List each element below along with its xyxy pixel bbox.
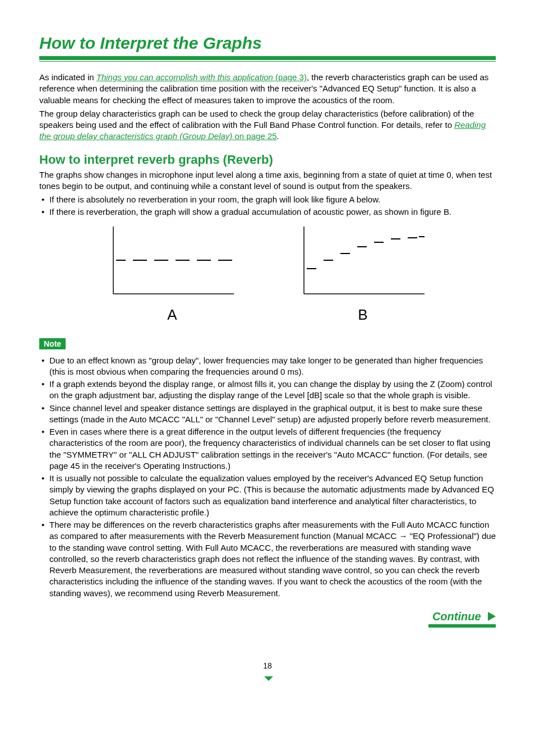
continue-label[interactable]: Continue [432,610,481,623]
section-intro: The graphs show changes in microphone in… [39,169,496,192]
top-bullet-list: If there is absolutely no reverberation … [39,194,496,218]
note-6-text: There may be differences on the reverb c… [49,520,496,598]
continue-bar [428,624,496,628]
list-item: There may be differences on the reverb c… [49,519,496,599]
intro-link-2-suffix[interactable]: on page 25 [232,131,276,141]
intro-link-1[interactable]: Things you can accomplish with this appl… [96,72,273,82]
continue-arrow-icon[interactable] [488,612,496,621]
list-item: Even in cases where there is a great dif… [49,426,496,472]
figure-a-label: A [108,306,237,324]
list-item: Due to an effect known as "group delay",… [49,355,496,378]
page: How to Interpret the Graphs As indicated… [0,0,535,756]
list-item: Since channel level and speaker distance… [49,403,496,426]
note-bullet-list: Due to an effect known as "group delay",… [39,355,496,599]
intro-paragraph-2: The group delay characteristics graph ca… [39,108,496,142]
figure-b-chart [298,227,427,299]
figure-b: B [298,227,427,324]
title-rule [39,56,496,60]
note-badge: Note [39,338,66,349]
intro-pre: As indicated in [39,72,96,82]
figure-a: A [108,227,237,324]
figure-row: A B [39,227,496,324]
intro-para2-pre: The group delay characteristics graph ca… [39,109,474,130]
intro-para2-post: . [277,131,279,141]
page-number: 18 [263,661,272,670]
figure-b-label: B [298,306,427,324]
page-number-block: 18 [39,661,496,679]
intro-link-1-text: Things you can accomplish with this appl… [96,72,273,82]
list-item: If there is reverberation, the graph wil… [49,206,496,218]
page-title: How to Interpret the Graphs [39,34,496,53]
list-item: If a graph extends beyond the display ra… [49,379,496,402]
section-heading: How to interpret reverb graphs (Reverb) [39,153,496,167]
continue-block: Continue [39,610,496,628]
intro-paragraph-1: As indicated in Things you can accomplis… [39,72,496,106]
intro-link-1-suffix[interactable]: (page 3) [273,72,307,82]
title-rule-thin [39,61,496,62]
list-item: If there is absolutely no reverberation … [49,194,496,205]
page-number-triangle-icon [264,676,273,681]
figure-a-chart [108,227,237,299]
list-item: It is usually not possible to calculate … [49,473,496,518]
